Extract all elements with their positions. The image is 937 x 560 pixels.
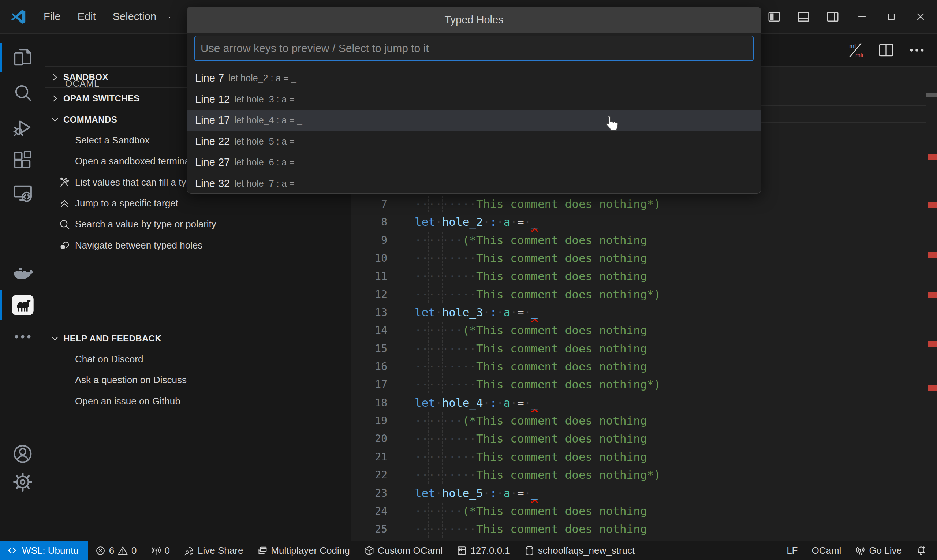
code-line[interactable]: 18let·hole_4·:·a·=·_ <box>352 394 937 412</box>
statusbar-text: schoolfaqs_new_struct <box>538 545 635 556</box>
quickpick-item[interactable]: Line 17let hole_4 : a = _ <box>187 110 761 131</box>
panel-bottom-button[interactable] <box>791 5 815 29</box>
code-line[interactable]: 20·········This comment does nothing <box>352 430 937 448</box>
activity-settings-gear-icon[interactable] <box>0 465 45 500</box>
activity-search-icon[interactable] <box>0 75 45 110</box>
code-line[interactable]: 23let·hole_5·:·a·=·_ <box>352 484 937 502</box>
code-line[interactable]: 17·········This comment does nothing*) <box>352 375 937 394</box>
scrollbar-handle[interactable] <box>926 93 937 97</box>
tree-item[interactable]: Ask a question on Discuss <box>45 370 351 391</box>
activity-extensions-icon[interactable] <box>0 143 45 178</box>
bell-icon <box>916 545 926 556</box>
close-button[interactable] <box>908 5 932 29</box>
quickpick-item[interactable]: Line 7let hole_2 : a = _ <box>187 68 761 89</box>
menu-edit[interactable]: Edit <box>69 7 104 26</box>
code-line[interactable]: 10·········This comment does nothing <box>352 249 937 267</box>
code-line[interactable]: 22·········This comment does nothing*) <box>352 466 937 484</box>
indent-guide <box>456 449 456 465</box>
quickpick-item[interactable]: Line 22let hole_5 : a = _ <box>187 131 761 152</box>
live-share-icon <box>184 545 194 556</box>
panel-left-button[interactable] <box>762 5 786 29</box>
statusbar-go-live[interactable]: Go Live <box>848 542 909 560</box>
statusbar-text: 0 <box>165 545 170 556</box>
statusbar-forwarded-ports[interactable]: 0 <box>144 542 177 560</box>
statusbar-server-address[interactable]: 127.0.0.1 <box>449 542 517 560</box>
maximize-icon <box>885 11 897 23</box>
code-line[interactable]: 15·········This comment does nothing <box>352 340 937 358</box>
indent-guide <box>442 431 443 447</box>
more-actions-button[interactable] <box>907 40 927 60</box>
indent-guide <box>456 376 456 393</box>
code-line[interactable]: 25·········This comment does nothing <box>352 520 937 538</box>
quickpick-item[interactable]: Line 32let hole_7 : a = _ <box>187 173 761 194</box>
code-line[interactable]: 21·········This comment does nothing <box>352 448 937 466</box>
statusbar-multiplayer-coding[interactable]: Multiplayer Coding <box>250 542 357 560</box>
tree-item[interactable]: Navigate between typed holes <box>45 235 351 256</box>
extensions-icon <box>12 150 33 171</box>
code-line[interactable]: 16·········This comment does nothing <box>352 358 937 375</box>
error-ruler-mark <box>928 252 937 258</box>
code-line[interactable]: 9·······(*This comment does nothing <box>352 231 937 249</box>
indent-guide <box>456 268 456 285</box>
line-number: 21 <box>352 448 387 466</box>
line-number: 9 <box>352 231 387 249</box>
statusbar-problems[interactable]: 60 <box>88 542 144 560</box>
tree-item-label: Select a Sandbox <box>75 135 150 146</box>
indent-guide <box>428 431 429 447</box>
quickpick-item[interactable]: Line 27let hole_6 : a = _ <box>187 152 761 173</box>
menu-file[interactable]: File <box>35 7 69 26</box>
maximize-button[interactable] <box>879 5 903 29</box>
panel-right-button[interactable] <box>821 5 845 29</box>
minimize-button[interactable] <box>850 5 874 29</box>
window-controls <box>733 0 937 34</box>
ml-mli-button[interactable]: mlmli <box>846 40 865 60</box>
quickpick-item-label: Line 12 <box>195 93 230 105</box>
activity-ocaml-icon[interactable] <box>0 287 45 323</box>
indent-guide <box>428 449 429 465</box>
activity-explorer-icon[interactable] <box>0 40 45 75</box>
tree-item[interactable]: Open an issue on Github <box>45 391 351 412</box>
quickpick-input[interactable]: Use arrow keys to preview / Select to ju… <box>194 35 754 61</box>
quickpick-item-label: Line 27 <box>195 156 230 168</box>
activity-remote-explorer-icon[interactable] <box>0 176 45 211</box>
line-content: ·········This comment does nothing <box>415 358 647 375</box>
indent-guide <box>442 358 443 375</box>
code-line[interactable]: 19·······(*This comment does nothing <box>352 412 937 430</box>
code-line[interactable]: 7·········This comment does nothing*) <box>352 195 937 213</box>
split-editor-button[interactable] <box>876 40 896 60</box>
tree-item-label: Navigate between typed holes <box>75 240 202 251</box>
line-number: 12 <box>352 286 387 303</box>
server-rack-icon <box>456 545 467 556</box>
quickpick-item-description: let hole_5 : a = _ <box>234 136 302 147</box>
statusbar-notifications[interactable] <box>909 542 933 560</box>
code-line[interactable]: 14·······(*This comment does nothing <box>352 322 937 339</box>
tree-item-label: Search a value by type or polarity <box>75 218 216 230</box>
statusbar-custom-ocaml[interactable]: Custom OCaml <box>357 542 450 560</box>
menu-selection[interactable]: Selection <box>104 7 165 26</box>
tree-item[interactable]: Chat on Discord <box>45 349 351 370</box>
tree-item[interactable]: Search a value by type or polarity <box>45 214 351 235</box>
activity-more-icon[interactable] <box>0 319 45 354</box>
line-content: ·······(*This comment does nothing <box>415 412 647 430</box>
code-line[interactable]: 24·······(*This comment does nothing <box>352 502 937 520</box>
statusbar-text: 127.0.0.1 <box>470 545 510 556</box>
code-line[interactable]: 12·········This comment does nothing*) <box>352 286 937 303</box>
quickpick-item[interactable]: Line 12let hole_3 : a = _ <box>187 89 761 110</box>
indent-guide <box>415 376 415 393</box>
remote-indicator[interactable]: WSL: Ubuntu <box>0 542 88 560</box>
activity-docker-icon[interactable] <box>0 255 45 290</box>
statusbar-language-mode[interactable]: OCaml <box>805 542 848 560</box>
tree-item[interactable]: Jump to a specific target <box>45 193 351 214</box>
code-line[interactable]: 13let·hole_3·:·a·=·_ <box>352 303 937 322</box>
docker-icon <box>12 262 33 283</box>
code-line[interactable]: 8let·hole_2·:·a·=·_ <box>352 213 937 231</box>
section-header-help-and-feedback[interactable]: HELP AND FEEDBACK <box>45 328 351 349</box>
statusbar-eol-sequence[interactable]: LF <box>780 542 805 560</box>
activity-run-debug-icon[interactable] <box>0 110 45 145</box>
line-number: 8 <box>352 213 387 231</box>
statusbar-database[interactable]: schoolfaqs_new_struct <box>517 542 642 560</box>
svg-text:mli: mli <box>855 52 863 58</box>
code-line[interactable]: 11·········This comment does nothing <box>352 267 937 285</box>
statusbar-live-share[interactable]: Live Share <box>177 542 250 560</box>
indent-guide <box>442 521 443 537</box>
